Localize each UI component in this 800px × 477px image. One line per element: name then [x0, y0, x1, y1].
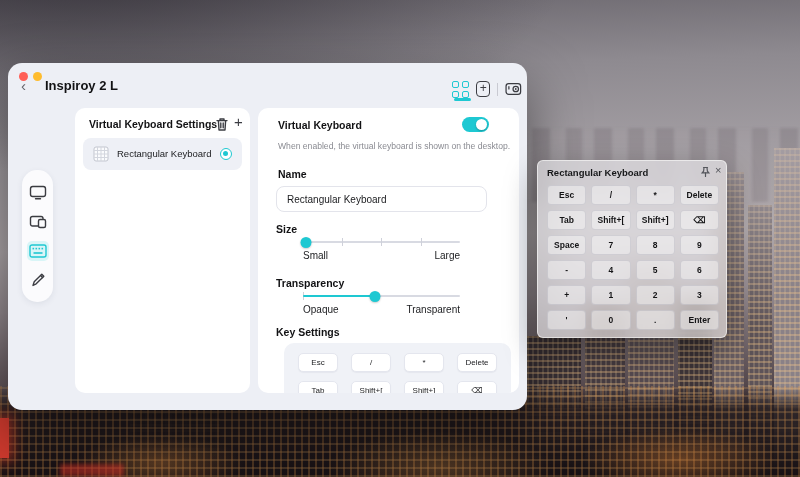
key-settings-label: Key Settings — [276, 326, 340, 338]
key-button[interactable]: 4 — [591, 260, 630, 280]
grid-square — [452, 81, 459, 88]
key-button[interactable]: / — [351, 353, 391, 372]
key-button[interactable]: Enter — [680, 310, 719, 330]
virtual-keyboard-toggle[interactable] — [462, 117, 489, 132]
key-button[interactable]: Tab — [298, 381, 338, 393]
sidebar — [22, 170, 53, 302]
keyboard-icon — [29, 244, 47, 258]
settings-key-grid: Esc/*DeleteTabShift+[Shift+]⌫ — [284, 343, 511, 393]
key-button[interactable]: 1 — [591, 285, 630, 305]
grid-square — [452, 91, 459, 98]
app-window: ‹ Inspiroy 2 L + — [8, 63, 527, 410]
list-panel-title: Virtual Keyboard Settings — [89, 118, 217, 130]
key-button[interactable]: / — [591, 185, 630, 205]
key-button[interactable]: 0 — [591, 310, 630, 330]
key-button[interactable]: Delete — [680, 185, 719, 205]
key-button[interactable]: ⌫ — [680, 210, 719, 230]
grid-keyboard-icon — [93, 146, 109, 162]
plus-icon: + — [480, 81, 487, 95]
key-button[interactable]: Tab — [547, 210, 586, 230]
devices-grid-tab[interactable] — [452, 81, 469, 98]
keyboard-item-label: Rectangular Keyboard — [117, 138, 212, 170]
pin-icon[interactable] — [700, 166, 711, 178]
key-button[interactable]: Esc — [298, 353, 338, 372]
key-button[interactable]: ' — [547, 310, 586, 330]
key-button[interactable]: Esc — [547, 185, 586, 205]
display-icon — [29, 184, 47, 201]
virtual-keyboard-description: When enabled, the virtual keyboard is sh… — [278, 141, 510, 151]
size-min-label: Small — [303, 250, 328, 261]
red-neon-sign — [0, 418, 9, 458]
sidebar-item-virtual-keyboard[interactable] — [27, 241, 49, 261]
size-max-label: Large — [390, 250, 460, 261]
key-button[interactable]: ⌫ — [457, 381, 497, 393]
transparency-slider-thumb[interactable] — [370, 291, 381, 302]
key-button[interactable]: * — [636, 185, 675, 205]
sidebar-item-tablet[interactable] — [27, 211, 49, 231]
keyboard-list-panel: Virtual Keyboard Settings + Rectangular … — [75, 108, 250, 393]
sidebar-item-display[interactable] — [27, 182, 49, 202]
tablet-icon — [29, 213, 47, 230]
virtual-keyboard-toggle-label: Virtual Keyboard — [278, 119, 362, 131]
floating-keyboard-title: Rectangular Keyboard — [547, 167, 648, 178]
key-button[interactable]: * — [404, 353, 444, 372]
keyboard-name-input[interactable] — [276, 186, 487, 212]
window-title: Inspiroy 2 L — [45, 78, 118, 93]
size-label: Size — [276, 223, 297, 235]
key-button[interactable]: - — [547, 260, 586, 280]
key-button[interactable]: Shift+] — [636, 210, 675, 230]
key-button[interactable]: Shift+] — [404, 381, 444, 393]
key-button[interactable]: 2 — [636, 285, 675, 305]
sidebar-item-pen[interactable] — [27, 270, 49, 290]
transparency-min-label: Opaque — [303, 304, 339, 315]
back-button[interactable]: ‹ — [21, 78, 26, 94]
size-slider[interactable] — [303, 241, 460, 243]
slider-tick — [342, 238, 343, 246]
red-neon-sign — [60, 464, 124, 476]
device-settings-icon[interactable] — [505, 81, 522, 97]
grid-square — [462, 91, 469, 98]
key-button[interactable]: Delete — [457, 353, 497, 372]
pen-icon — [30, 272, 46, 288]
grid-square — [462, 81, 469, 88]
key-button[interactable]: 6 — [680, 260, 719, 280]
keyboard-list-item[interactable]: Rectangular Keyboard — [83, 138, 242, 170]
transparency-slider[interactable] — [303, 295, 460, 297]
minimize-window-button[interactable] — [33, 72, 42, 81]
delete-keyboard-button[interactable] — [215, 117, 229, 132]
slider-tick — [381, 238, 382, 246]
key-button[interactable]: + — [547, 285, 586, 305]
key-button[interactable]: Space — [547, 235, 586, 255]
key-button[interactable]: 7 — [591, 235, 630, 255]
key-button[interactable]: . — [636, 310, 675, 330]
transparency-slider-fill — [303, 295, 375, 297]
close-icon[interactable]: × — [715, 163, 721, 177]
toolbar-divider — [497, 83, 498, 96]
key-button[interactable]: 9 — [680, 235, 719, 255]
key-button[interactable]: 8 — [636, 235, 675, 255]
key-button[interactable]: 3 — [680, 285, 719, 305]
slider-tick — [421, 238, 422, 246]
size-slider-thumb[interactable] — [301, 237, 312, 248]
active-tab-underline — [454, 98, 471, 101]
key-button[interactable]: 5 — [636, 260, 675, 280]
settings-panel: Virtual Keyboard When enabled, the virtu… — [258, 108, 519, 393]
key-button[interactable]: Shift+[ — [351, 381, 391, 393]
key-button[interactable]: Shift+[ — [591, 210, 630, 230]
floating-virtual-keyboard[interactable]: Rectangular Keyboard × Esc/*DeleteTabShi… — [537, 160, 727, 338]
keyboard-selected-radio[interactable] — [220, 148, 232, 160]
transparency-label: Transparency — [276, 277, 344, 289]
add-device-button[interactable]: + — [476, 81, 490, 97]
transparency-max-label: Transparent — [390, 304, 460, 315]
name-label: Name — [278, 168, 307, 180]
add-keyboard-button[interactable]: + — [234, 113, 243, 130]
floating-key-grid: Esc/*DeleteTabShift+[Shift+]⌫Space789-45… — [547, 185, 719, 330]
